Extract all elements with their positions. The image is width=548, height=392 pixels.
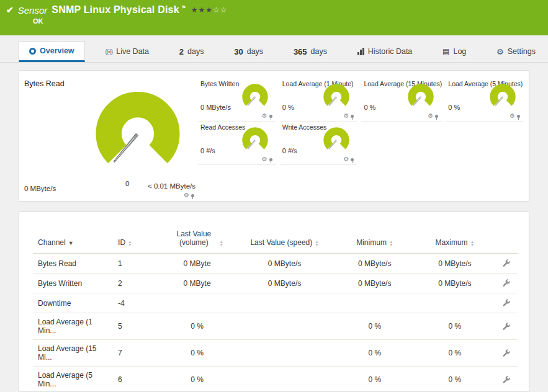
column-label: Last Value (speed) xyxy=(250,238,312,247)
gauges-panel: Bytes Read 0 MByte/s 0 < 0.01 MByte/s ⚙ … xyxy=(19,70,529,202)
table-header-row: Channel▼ ID▲▼ Last Value (volume)▲▼ Last… xyxy=(33,227,518,254)
gauge-min-label: 0 MByte/s xyxy=(24,185,56,192)
gauge-dial xyxy=(487,82,519,114)
sensor-header: ✔ Sensor SNMP Linux Physical Disk ⚑ ★★★☆… xyxy=(0,0,548,35)
sort-icon: ▲▼ xyxy=(470,240,474,246)
channel-settings-icon[interactable]: ⚙ xyxy=(262,156,267,163)
edit-channel-wrench-icon[interactable] xyxy=(502,298,511,308)
pin-channel-icon[interactable] xyxy=(351,158,354,161)
cell-speed xyxy=(235,313,335,340)
live-data-icon: ((•)) xyxy=(105,48,112,55)
gauge-dial xyxy=(88,86,188,186)
pin-channel-icon[interactable] xyxy=(269,115,272,118)
table-row: Bytes Written 2 0 MByte 0 MByte/s 0 MByt… xyxy=(33,274,518,293)
column-header-id[interactable]: ID▲▼ xyxy=(113,227,159,254)
channel-settings-icon[interactable]: ⚙ xyxy=(343,156,349,163)
column-header-maximum[interactable]: Maximum▲▼ xyxy=(415,227,495,254)
tab-bar: Overview ((•)) Live Data 2 days 30 days … xyxy=(0,41,548,63)
gauge-current-value: 0 % xyxy=(282,104,294,111)
cell-minimum: 0 MByte/s xyxy=(335,254,415,274)
channel-settings-icon[interactable]: ⚙ xyxy=(428,113,433,119)
column-label: Minimum xyxy=(356,238,387,247)
edit-channel-wrench-icon[interactable] xyxy=(502,348,511,359)
cell-channel: Load Average (5 Min... xyxy=(33,367,113,392)
channel-settings-icon[interactable]: ⚙ xyxy=(184,192,189,198)
stars-filled[interactable]: ★★★ xyxy=(191,6,213,14)
stars-empty[interactable]: ☆☆ xyxy=(213,6,228,14)
cell-channel: Downtime xyxy=(33,293,113,313)
gauge-current-value: 0 % xyxy=(448,104,460,111)
settings-gear-icon: ⚙ xyxy=(496,47,504,56)
cell-maximum: 0 % xyxy=(415,340,495,367)
gauge-bytes-written: Bytes Written 0 MByte/s ⚙ xyxy=(198,78,276,122)
tab-label: Overview xyxy=(40,47,74,55)
cell-volume: 0 MByte xyxy=(159,274,234,293)
tab-label: days xyxy=(311,47,327,56)
tab-label: Live Data xyxy=(116,47,149,56)
page-title: SNMP Linux Physical Disk xyxy=(52,4,179,16)
cell-id: 7 xyxy=(113,340,159,367)
cell-channel: Bytes Written xyxy=(33,274,113,293)
column-header-last-value-volume[interactable]: Last Value (volume)▲▼ xyxy=(159,227,234,254)
cell-minimum: 0 % xyxy=(335,313,415,340)
cell-minimum: 0 % xyxy=(335,340,415,367)
tab-label: Settings xyxy=(508,47,536,56)
tab-365-days[interactable]: 365 days xyxy=(284,41,337,62)
column-header-tools xyxy=(495,227,518,254)
pin-channel-icon[interactable] xyxy=(191,194,194,197)
tab-number: 365 xyxy=(294,47,307,56)
gauge-dial xyxy=(239,82,271,114)
channel-settings-icon[interactable]: ⚙ xyxy=(262,113,267,119)
table-row: Downtime -4 xyxy=(33,293,518,313)
pin-channel-icon[interactable] xyxy=(435,115,438,118)
object-kind-label: Sensor xyxy=(18,5,48,16)
cell-maximum xyxy=(415,293,495,313)
cell-speed: 0 MByte/s xyxy=(235,254,335,274)
tab-historic-data[interactable]: Historic Data xyxy=(348,41,423,62)
channel-settings-icon[interactable]: ⚙ xyxy=(343,113,349,119)
edit-channel-wrench-icon[interactable] xyxy=(502,321,511,332)
gauge-load-average-1min: Load Average (1 Minute) 0 % ⚙ xyxy=(280,78,358,122)
column-header-last-value-speed[interactable]: Last Value (speed)▲▼ xyxy=(235,227,335,254)
pin-channel-icon[interactable] xyxy=(517,115,520,118)
priority-flag-icon[interactable]: ⚑ xyxy=(181,4,186,11)
tab-live-data[interactable]: ((•)) Live Data xyxy=(95,41,159,62)
pin-channel-icon[interactable] xyxy=(351,115,354,118)
tab-30-days[interactable]: 30 days xyxy=(224,41,273,62)
tab-label: Historic Data xyxy=(368,47,413,56)
gauge-load-average-15min: Load Average (15 Minutes) 0 % ⚙ xyxy=(361,78,442,122)
tab-2-days[interactable]: 2 days xyxy=(169,41,214,62)
tab-overview[interactable]: Overview xyxy=(19,41,85,62)
tab-label: Log xyxy=(453,47,466,56)
gauge-title: Bytes Read xyxy=(24,79,65,88)
cell-maximum: 0 MByte/s xyxy=(415,254,495,274)
tab-number: 30 xyxy=(234,47,243,56)
gauge-dial xyxy=(320,82,353,114)
tab-number: 2 xyxy=(179,47,184,56)
channel-table: Channel▼ ID▲▼ Last Value (volume)▲▼ Last… xyxy=(33,227,518,392)
gauge-read-accesses: Read Accesses 0 #/s ⚙ xyxy=(198,122,276,165)
edit-channel-wrench-icon[interactable] xyxy=(502,258,511,269)
status-badge: OK xyxy=(33,17,542,25)
column-label: Maximum xyxy=(436,238,468,247)
channel-settings-icon[interactable]: ⚙ xyxy=(510,113,515,119)
gauge-current-value: 0 xyxy=(125,180,129,187)
pin-channel-icon[interactable] xyxy=(269,158,272,161)
gauge-write-accesses: Write Accesses 0 #/s ⚙ xyxy=(280,122,358,165)
cell-id: 5 xyxy=(113,313,159,340)
tab-settings[interactable]: ⚙ Settings xyxy=(487,41,546,62)
cell-minimum xyxy=(335,293,415,313)
gauge-current-value: 0 MByte/s xyxy=(200,104,231,111)
edit-channel-wrench-icon[interactable] xyxy=(502,375,511,385)
sort-icon: ▲▼ xyxy=(389,240,393,246)
priority-stars[interactable]: ★★★☆☆ xyxy=(191,6,228,14)
cell-speed xyxy=(235,367,335,392)
column-header-channel[interactable]: Channel▼ xyxy=(33,227,113,254)
sort-icon: ▲▼ xyxy=(128,240,132,246)
cell-maximum: 0 MByte/s xyxy=(415,274,495,293)
edit-channel-wrench-icon[interactable] xyxy=(502,278,511,288)
tab-label: days xyxy=(247,47,263,56)
column-header-minimum[interactable]: Minimum▲▼ xyxy=(335,227,415,254)
tab-log[interactable]: ▤ Log xyxy=(433,41,476,62)
sort-icon: ▼ xyxy=(68,240,74,246)
